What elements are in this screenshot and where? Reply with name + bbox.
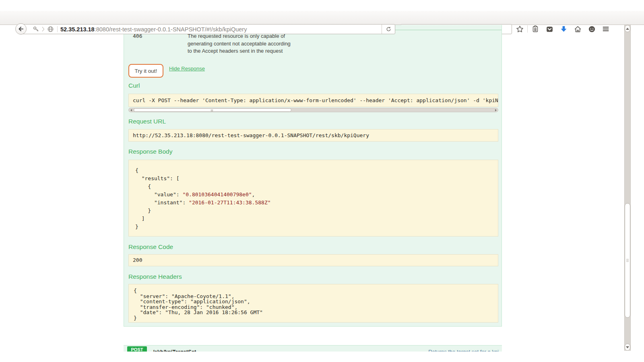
curl-command: curl -X POST --header 'Content-Type: app… [128,94,498,107]
toolbar-icons [516,23,610,35]
next-endpoint-row[interactable]: POST /skb/kpiTargetSet Returns the targe… [124,345,502,352]
home-button[interactable] [574,25,582,33]
scroll-down-button[interactable] [625,343,630,351]
response-headers-heading: Response Headers [128,273,182,280]
try-it-out-button[interactable]: Try it out! [128,64,163,78]
scroll-down-icon [626,346,629,348]
vertical-scrollbar-thumb[interactable] [625,203,630,318]
horizontal-scrollbar-thumb[interactable] [134,108,291,112]
scrollbar-grip [626,259,629,263]
response-body-json: { "results": [ { "value": "0.80103640414… [128,160,498,237]
response-body-heading: Response Body [128,148,172,155]
scrollbar-grip [211,109,213,111]
window-bottom-edge [0,352,644,362]
downloads-button[interactable] [559,25,568,33]
response-message-reason: The requested resource is only capable o… [188,33,292,55]
response-code-value: 200 [128,254,498,266]
reload-icon [386,26,392,32]
scroll-left-icon [130,109,132,111]
response-headers-json: { "server": "Apache-Coyote/1.1", "conten… [128,284,498,323]
bookmarks-clipboard-button[interactable] [531,25,539,33]
response-code-heading: Response Code [128,243,173,251]
url-text[interactable]: 52.35.213.18:8080/rest-test-swagger-0.0.… [60,26,382,33]
scroll-left-button[interactable] [129,108,133,112]
url-bar[interactable]: 52.35.213.18:8080/rest-test-swagger-0.0.… [21,24,395,34]
scroll-right-icon [495,109,497,111]
chevron-right-icon [42,27,45,32]
url-path: :8080/rest-test-swagger-0.0.1-SNAPSHOT/#… [95,26,247,33]
scroll-right-button[interactable] [493,108,498,112]
scroll-up-icon [626,28,629,30]
pocket-button[interactable] [545,25,553,33]
back-icon [18,26,24,32]
chat-smiley-button[interactable] [588,25,596,33]
globe-icon[interactable] [47,26,54,33]
request-url-heading: Request URL [128,118,166,125]
window-titlebar [0,0,644,11]
curl-horizontal-scrollbar[interactable] [128,108,498,112]
hide-response-link[interactable]: Hide Response [169,66,205,72]
key-icon[interactable] [33,26,39,33]
toolbar-separator [527,25,528,33]
bookmark-star-button[interactable] [516,25,524,33]
action-row: Try it out! Hide Response [128,64,205,78]
vertical-scrollbar[interactable] [624,25,631,351]
reload-button[interactable] [382,25,395,34]
curl-heading: Curl [128,82,140,89]
urlbar-separator [57,26,58,32]
scroll-up-button[interactable] [625,25,630,32]
menu-button[interactable] [602,25,610,33]
url-domain: 52.35.213.18 [60,26,95,33]
request-url-value: http://52.35.213.18:8080/rest-test-swagg… [128,129,498,142]
swagger-operation-panel: 406 The requested resource is only capab… [124,25,502,327]
browser-toolbar: 52.35.213.18:8080/rest-test-swagger-0.0.… [0,11,644,25]
back-button[interactable] [15,23,27,35]
